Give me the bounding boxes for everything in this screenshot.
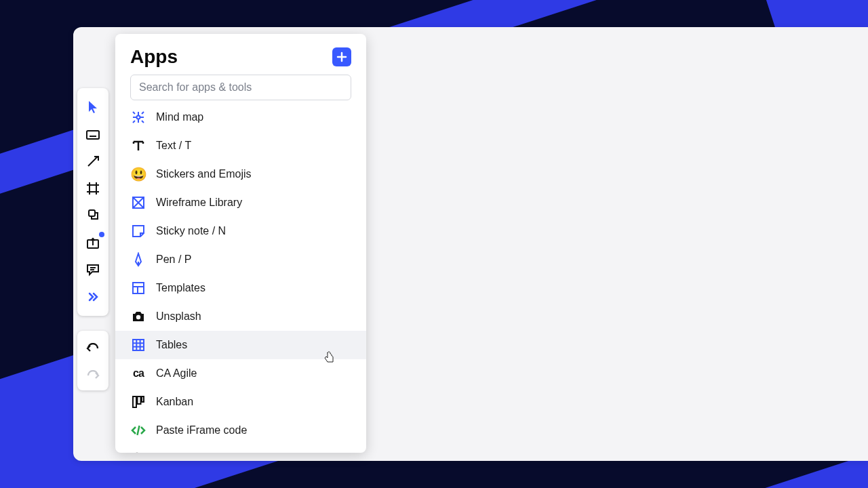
app-item-wireframe[interactable]: Wireframe Library: [115, 188, 366, 217]
app-item-label: Mind map: [156, 111, 203, 123]
comment-tool[interactable]: [77, 256, 108, 283]
svg-rect-18: [133, 340, 144, 350]
ca-agile-icon: ca: [130, 365, 146, 382]
app-item-label: Templates: [156, 282, 205, 294]
svg-line-2: [88, 158, 96, 166]
tables-icon: [130, 337, 146, 353]
app-item-label: Pen / P: [156, 253, 191, 266]
card-tool[interactable]: [77, 121, 108, 148]
app-item-stickers[interactable]: 😃 Stickers and Emojis: [115, 160, 366, 188]
mind-map-icon: [130, 109, 146, 125]
svg-rect-24: [138, 396, 141, 404]
svg-point-11: [137, 116, 140, 119]
app-item-label: Tables: [156, 339, 187, 351]
more-tools[interactable]: [77, 283, 108, 310]
left-toolbar: [77, 88, 108, 316]
app-item-pen[interactable]: Pen / P: [115, 245, 366, 274]
app-item-label: CA Agile: [156, 367, 197, 380]
app-item-label: Text / T: [156, 140, 191, 152]
app-item-label: Kanban: [156, 396, 193, 408]
search-input[interactable]: [130, 75, 351, 100]
undo-button[interactable]: [77, 335, 108, 362]
select-tool[interactable]: [77, 94, 108, 121]
sticky-note-icon: [130, 223, 146, 239]
camera-icon: [130, 308, 146, 325]
svg-point-17: [136, 315, 140, 319]
frame-tool[interactable]: [77, 175, 108, 202]
app-item-sticky-note[interactable]: Sticky note / N: [115, 217, 366, 245]
app-item-templates[interactable]: Templates: [115, 274, 366, 302]
app-item-label: Paste iFrame code: [156, 424, 247, 436]
history-toolbar: [77, 331, 108, 390]
redo-button[interactable]: [77, 362, 108, 389]
pen-icon: [130, 251, 146, 268]
kanban-icon: [130, 394, 146, 410]
app-item-label: Sticky note / N: [156, 225, 226, 237]
svg-line-26: [138, 426, 140, 435]
panel-title: Apps: [130, 46, 178, 68]
app-item-label: Wireframe Library: [156, 197, 242, 209]
text-icon: [130, 138, 146, 154]
iconfinder-icon: [130, 451, 146, 453]
code-icon: [130, 422, 146, 439]
svg-rect-25: [142, 396, 144, 402]
upload-tool[interactable]: [77, 229, 108, 256]
app-item-label: Unsplash: [156, 310, 201, 323]
wireframe-icon: [130, 195, 146, 211]
app-item-ca-agile[interactable]: ca CA Agile: [115, 359, 366, 388]
add-app-button[interactable]: [332, 47, 351, 66]
app-item-unsplash[interactable]: Unsplash: [115, 302, 366, 331]
emoji-icon: 😃: [130, 166, 146, 182]
apps-panel: Apps Mind map Text / T 😃 Stickers and Em…: [115, 34, 366, 453]
stamp-tool[interactable]: [77, 202, 108, 229]
app-item-kanban[interactable]: Kanban: [115, 388, 366, 416]
cursor-pointer-icon: [323, 351, 336, 363]
app-item-iconfinder[interactable]: IconFinder: [115, 445, 366, 453]
svg-rect-7: [89, 210, 95, 216]
app-item-mind-map[interactable]: Mind map: [115, 103, 366, 131]
apps-list: Mind map Text / T 😃 Stickers and Emojis …: [115, 103, 366, 453]
app-item-text[interactable]: Text / T: [115, 131, 366, 160]
templates-icon: [130, 280, 146, 296]
svg-rect-23: [133, 396, 136, 407]
app-item-label: Stickers and Emojis: [156, 168, 252, 180]
svg-rect-0: [87, 131, 99, 139]
line-tool[interactable]: [77, 148, 108, 175]
app-item-iframe[interactable]: Paste iFrame code: [115, 416, 366, 445]
